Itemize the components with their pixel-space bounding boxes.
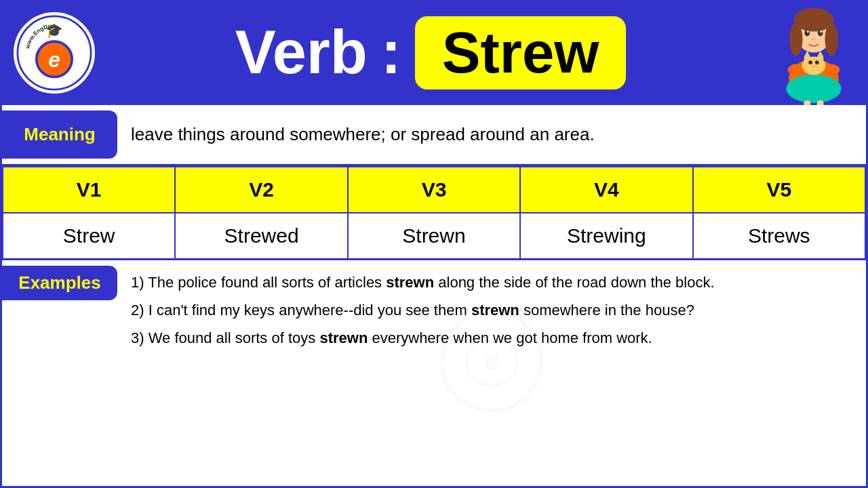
example-2: 2) I can't find my keys anywhere--did yo… [131,298,852,322]
colon: : [381,18,401,87]
svg-point-15 [825,23,837,56]
example-1: 1) The police found all sorts of article… [131,270,852,294]
verb-v4: Strewing [520,213,692,260]
table-header-v1: V1 [3,167,175,213]
verb-name-badge: Strew [415,16,626,89]
content-area: Meaning leave things around somewhere; o… [0,105,868,488]
svg-point-27 [815,60,819,64]
meaning-text: leave things around somewhere; or spread… [117,105,608,164]
table-header-v2: V2 [175,167,347,213]
examples-label: Examples [2,266,117,300]
svg-point-18 [807,30,809,33]
svg-point-19 [820,30,822,33]
example-2-num: 2) [131,302,149,319]
svg-point-20 [812,38,816,41]
svg-rect-8 [804,100,810,105]
header-title: Verb : Strew [95,16,854,89]
verb-label: Verb [235,18,368,87]
main-container: www.EngDic. org 🎓 e Verb : Strew [0,0,868,488]
example-2-bold: strewn [471,302,519,319]
svg-point-16 [804,30,810,37]
example-3-bold: strewn [319,329,368,346]
svg-point-28 [812,65,815,67]
verb-v1: Strew [3,213,175,260]
character-illustration [766,0,861,105]
svg-point-26 [808,60,812,64]
examples-row: Examples e 1) The police found all sorts… [2,260,866,486]
examples-text: e 1) The police found all sorts of artic… [117,260,866,486]
example-3: 3) We found all sorts of toys strewn eve… [131,326,852,350]
svg-text:🎓: 🎓 [45,21,63,39]
svg-point-17 [818,30,823,37]
header: www.EngDic. org 🎓 e Verb : Strew [0,0,868,105]
svg-rect-9 [817,100,824,105]
svg-point-7 [786,75,841,104]
example-3-before: We found all sorts of toys [149,329,320,346]
verb-forms-table: V1 V2 V3 V4 V5 Strew Strewed Strewn Stre… [2,166,866,260]
table-header-v3: V3 [348,167,520,213]
example-2-before: I can't find my keys anywhere--did you s… [149,302,471,319]
verb-v2: Strewed [175,213,347,260]
meaning-row: Meaning leave things around somewhere; o… [2,105,866,166]
svg-point-14 [789,23,802,56]
verb-v3: Strewn [348,213,520,260]
example-1-num: 1) [131,274,148,291]
example-3-num: 3) [131,329,149,346]
svg-text:e: e [48,47,60,71]
example-1-before: The police found all sorts of articles [148,274,386,291]
example-1-bold: strewn [386,274,434,291]
table-header-v5: V5 [693,167,865,213]
example-3-after: everywhere when we got home from work. [368,329,652,346]
example-2-after: somewhere in the house? [519,302,694,319]
table-row: Strew Strewed Strewn Strewing Strews [3,213,865,260]
logo: www.EngDic. org 🎓 e [14,12,95,94]
table-header-v4: V4 [520,167,692,213]
example-1-after: along the side of the road down the bloc… [434,274,714,291]
meaning-label: Meaning [2,110,117,159]
verb-v5: Strews [693,213,865,260]
